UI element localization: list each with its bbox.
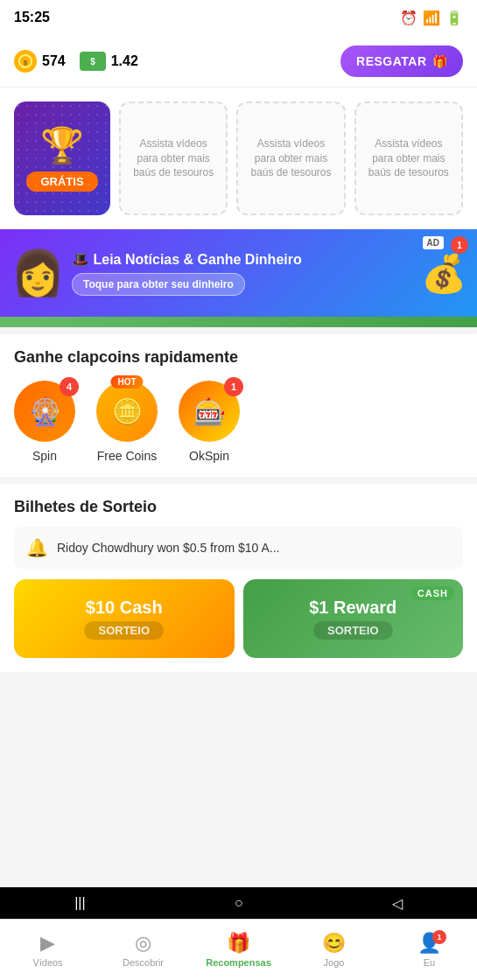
nav-label-videos: Vídeos — [32, 957, 62, 968]
treasure-card-3[interactable]: Assista vídeos para obter mais baús de t… — [354, 102, 463, 215]
cash-coin-icon: $ — [80, 52, 106, 71]
treasure-card-2[interactable]: Assista vídeos para obter mais baús de t… — [236, 102, 345, 215]
ad-content: 🎩 Leia Notícias & Ganhe Dinheiro Toque p… — [72, 251, 421, 296]
earn-item-free-coins[interactable]: 🪙 HOT Free Coins — [96, 381, 158, 463]
wifi-icon: 📶 — [423, 10, 440, 26]
svg-text:$: $ — [90, 57, 95, 66]
treasure-card-2-text: Assista vídeos para obter mais baús de t… — [245, 136, 336, 180]
cash-value: 1.42 — [111, 53, 138, 69]
earn-section: Ganhe clapcoins rapidamente 🎡 4 Spin 🪙 — [0, 334, 477, 477]
game-icon: 😊 — [322, 932, 346, 955]
earn-section-title: Ganhe clapcoins rapidamente — [14, 348, 463, 367]
earn-icons-list: 🎡 4 Spin 🪙 HOT Free Coins — [14, 381, 463, 463]
bell-icon: 🔔 — [26, 537, 48, 558]
android-menu-btn[interactable]: ||| — [74, 895, 85, 911]
ad-green-decoration — [0, 317, 477, 327]
ad-treasure-icon: 💰 — [421, 252, 466, 295]
redeem-button[interactable]: RESGATAR 🎁 — [340, 46, 463, 77]
videos-icon: ▶ — [40, 932, 55, 955]
redeem-icon: 🎁 — [432, 54, 448, 68]
ad-badge: AD — [423, 236, 444, 249]
okspin-icon-wrapper: 🎰 1 — [179, 381, 240, 442]
status-bar: 15:25 ⏰ 📶 🔋 — [0, 0, 477, 35]
gold-coin-value: 574 — [42, 53, 66, 69]
free-coins-icon-circle: 🪙 — [96, 381, 158, 442]
treasure-card-1-text: Assista vídeos para obter mais baús de t… — [128, 136, 219, 180]
status-icons: ⏰ 📶 🔋 — [400, 10, 463, 26]
treasure-section: 🏆 GRÁTIS Assista vídeos para obter mais … — [0, 88, 477, 229]
nav-label-discover: Descobrir — [123, 957, 164, 968]
gold-coin-icon: $ — [14, 50, 37, 73]
treasure-card-3-text: Assista vídeos para obter mais baús de t… — [363, 136, 454, 180]
notification-text: Ridoy Chowdhury won $0.5 from $10 A... — [57, 541, 279, 555]
nav-label-game: Jogo — [324, 957, 345, 968]
raffle-section: Bilhetes de Sorteio 🔔 Ridoy Chowdhury wo… — [0, 484, 477, 672]
android-home-btn[interactable]: ○ — [235, 895, 243, 911]
ad-subtitle: Toque para obter seu dinheiro — [72, 273, 245, 296]
ad-person-icon: 👩 — [11, 248, 65, 298]
nav-label-profile: Eu — [424, 957, 435, 968]
raffle-card-gold[interactable]: $10 Cash SORTEIO — [14, 579, 235, 658]
ad-banner[interactable]: AD 1 👩 🎩 Leia Notícias & Ganhe Dinheiro … — [0, 229, 477, 317]
nav-label-rewards: Recompensas — [206, 957, 271, 968]
redeem-label: RESGATAR — [356, 54, 426, 68]
nav-item-rewards[interactable]: 🎁 Recompensas — [191, 927, 286, 973]
profile-badge: 1 — [432, 930, 446, 944]
raffle-gold-bottom: SORTEIO — [84, 621, 164, 640]
nav-item-discover[interactable]: ◎ Descobrir — [95, 927, 191, 973]
raffle-green-label: CASH — [411, 586, 454, 600]
raffle-cards: $10 Cash SORTEIO CASH $1 Reward SORTEIO — [14, 579, 463, 658]
profile-badge-wrapper: 👤 1 — [417, 932, 441, 955]
content: 🏆 GRÁTIS Assista vídeos para obter mais … — [0, 88, 477, 768]
raffle-title: Bilhetes de Sorteio — [14, 498, 463, 516]
alarm-icon: ⏰ — [400, 10, 417, 26]
rewards-icon: 🎁 — [227, 932, 250, 955]
treasure-card-1[interactable]: Assista vídeos para obter mais baús de t… — [119, 102, 228, 215]
battery-icon: 🔋 — [445, 10, 463, 26]
top-bar: $ 574 $ 1.42 RESGATAR 🎁 — [0, 35, 477, 88]
discover-icon: ◎ — [135, 932, 151, 955]
raffle-card-green[interactable]: CASH $1 Reward SORTEIO — [243, 579, 464, 658]
cash-coins: $ 1.42 — [80, 52, 138, 71]
ad-notification-count: 1 — [451, 236, 468, 254]
free-coins-icon: 🪙 — [112, 397, 143, 426]
raffle-green-amount: $1 Reward — [309, 598, 396, 618]
status-time: 15:25 — [14, 10, 50, 25]
treasure-main-card[interactable]: 🏆 GRÁTIS — [14, 102, 110, 215]
raffle-green-bottom: SORTEIO — [313, 621, 393, 640]
earn-item-okspin[interactable]: 🎰 1 OkSpin — [179, 381, 240, 463]
android-back-btn[interactable]: ◁ — [392, 895, 403, 912]
spin-label: Spin — [32, 449, 57, 463]
okspin-label: OkSpin — [189, 449, 229, 463]
svg-text:$: $ — [24, 59, 28, 66]
ad-title: 🎩 Leia Notícias & Ganhe Dinheiro — [72, 251, 421, 268]
bottom-navigation: ▶ Vídeos ◎ Descobrir 🎁 Recompensas 😊 Jog… — [0, 919, 477, 980]
nav-item-videos[interactable]: ▶ Vídeos — [0, 927, 95, 973]
okspin-icon: 🎰 — [193, 396, 226, 427]
spin-badge: 4 — [60, 377, 79, 396]
nav-item-profile[interactable]: 👤 1 Eu — [382, 927, 477, 973]
hot-badge: HOT — [110, 375, 143, 388]
free-coins-label: Free Coins — [97, 449, 157, 463]
nav-item-game[interactable]: 😊 Jogo — [286, 927, 382, 973]
spin-icon-wrapper: 🎡 4 — [14, 381, 75, 442]
okspin-badge: 1 — [224, 377, 243, 396]
free-coins-icon-wrapper: 🪙 HOT — [96, 381, 158, 442]
android-navigation: ||| ○ ◁ — [0, 887, 477, 919]
spin-icon: 🎡 — [29, 396, 61, 427]
hat-icon: 🎩 — [72, 252, 93, 267]
earn-item-spin[interactable]: 🎡 4 Spin — [14, 381, 75, 463]
gold-coins: $ 574 — [14, 50, 66, 73]
raffle-gold-amount: $10 Cash — [86, 598, 163, 618]
notification-bar: 🔔 Ridoy Chowdhury won $0.5 from $10 A... — [14, 527, 463, 569]
